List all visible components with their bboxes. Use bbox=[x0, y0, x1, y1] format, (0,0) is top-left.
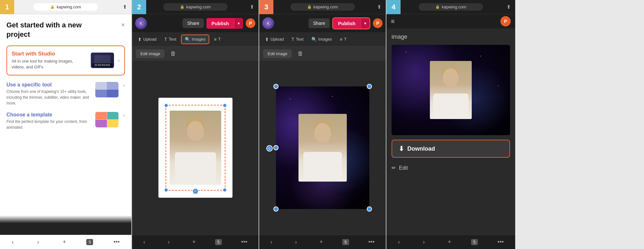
forward-btn-2[interactable]: › bbox=[165, 237, 173, 247]
back-btn-4[interactable]: ‹ bbox=[395, 237, 403, 247]
thumb-template-3 bbox=[95, 112, 118, 127]
bottom-gradient-1 bbox=[0, 215, 131, 235]
more-tools-btn-2[interactable]: ≡ T bbox=[211, 35, 224, 44]
more-tools-icon-2: ≡ bbox=[214, 37, 216, 42]
avatar-3[interactable]: K bbox=[262, 17, 274, 29]
back-btn-1[interactable]: ‹ bbox=[9, 237, 17, 247]
publish-dropdown-3[interactable]: ▾ bbox=[361, 18, 370, 28]
delete-btn-2[interactable]: 🗑 bbox=[168, 49, 179, 58]
text-btn-3[interactable]: T Text bbox=[288, 35, 307, 44]
share-icon-3[interactable]: ⬆ bbox=[377, 4, 381, 10]
publish-button-2[interactable]: Publish bbox=[206, 18, 234, 29]
images-label-3: Images bbox=[318, 37, 332, 42]
option-desc-3: Find the perfect template for your conte… bbox=[6, 119, 91, 130]
browser-bar-2: 🔒 kapwing.com ⬆ bbox=[132, 0, 259, 14]
share-button-2[interactable]: Share bbox=[183, 18, 204, 28]
specific-tool-card[interactable]: Use a specific tool Choose from one of K… bbox=[6, 82, 125, 106]
handle-tr-3[interactable] bbox=[367, 84, 372, 89]
share-button-3[interactable]: Share bbox=[308, 18, 329, 28]
card-arrow-2: › bbox=[123, 82, 125, 89]
more-btn-2[interactable]: ••• bbox=[238, 237, 251, 247]
handle-bl-2[interactable] bbox=[164, 188, 168, 192]
panel-1: 1 🔒 kapwing.com ⬆ Get started with a new… bbox=[0, 0, 132, 249]
lock-icon-2: 🔒 bbox=[180, 5, 185, 9]
tab-count-3[interactable]: 5 bbox=[342, 239, 349, 245]
url-text-1: kapwing.com bbox=[57, 5, 81, 9]
rotate-handle-2[interactable]: ↻ bbox=[192, 188, 199, 194]
rotate-handle-3[interactable]: ↻ bbox=[266, 145, 273, 152]
panel-2: 2 🔒 kapwing.com ⬆ K Share Publish ▾ P ⬆ … bbox=[132, 0, 259, 249]
upload-btn-2[interactable]: ⬆ Upload bbox=[135, 35, 160, 44]
star-p4-4 bbox=[492, 65, 493, 65]
images-btn-2[interactable]: 🔍 Images bbox=[181, 35, 210, 44]
tt4 bbox=[107, 120, 119, 127]
handle-l-3[interactable] bbox=[273, 145, 279, 150]
photo-2 bbox=[170, 111, 221, 185]
more-btn-3[interactable]: ••• bbox=[365, 237, 378, 247]
step-badge-1: 1 bbox=[0, 0, 14, 14]
share-icon-2[interactable]: ⬆ bbox=[250, 4, 254, 10]
preview-image-4 bbox=[392, 45, 510, 135]
browser-url-2: 🔒 kapwing.com bbox=[163, 3, 228, 11]
shirt-2 bbox=[175, 152, 216, 185]
p-avatar-2[interactable]: P bbox=[246, 18, 255, 28]
panel-1-title: Get started with a new project bbox=[6, 21, 97, 39]
edit-row[interactable]: ✏ Edit bbox=[392, 162, 510, 174]
panel-4: 4 🔒 kapwing.com ⬆ ≡ P image bbox=[386, 0, 515, 249]
forward-btn-4[interactable]: › bbox=[420, 237, 428, 247]
download-icon: ⬇ bbox=[399, 145, 404, 153]
handle-bl-3[interactable] bbox=[273, 206, 279, 212]
hamburger-icon[interactable]: ≡ bbox=[391, 18, 395, 25]
star-p4-5 bbox=[427, 108, 427, 108]
lock-icon-3: 🔒 bbox=[307, 5, 312, 9]
tab-count-2[interactable]: 5 bbox=[215, 239, 222, 245]
choose-template-card[interactable]: Choose a template Find the perfect templ… bbox=[6, 112, 125, 130]
edit-image-btn-2[interactable]: Edit image bbox=[136, 49, 165, 58]
forward-btn-1[interactable]: › bbox=[34, 237, 43, 247]
card-thumb-1: for the first time bbox=[91, 53, 114, 68]
close-button[interactable]: × bbox=[121, 21, 125, 29]
tab-count-1[interactable]: 5 bbox=[86, 239, 93, 245]
delete-btn-3[interactable]: 🗑 bbox=[295, 49, 306, 58]
forward-btn-3[interactable]: › bbox=[292, 237, 300, 247]
handle-tr-2[interactable] bbox=[223, 103, 227, 108]
share-icon-4[interactable]: ⬆ bbox=[507, 4, 511, 10]
card-desc-1: All in one tool for making images, video… bbox=[12, 58, 87, 70]
preview-person bbox=[430, 61, 472, 119]
text-btn-2[interactable]: T Text bbox=[161, 35, 179, 44]
images-btn-3[interactable]: 🔍 Images bbox=[308, 35, 336, 44]
add-btn-3[interactable]: + bbox=[316, 237, 326, 247]
handle-br-2[interactable] bbox=[223, 188, 227, 192]
handle-br-3[interactable] bbox=[367, 206, 372, 212]
edit-image-btn-3[interactable]: Edit image bbox=[263, 49, 292, 58]
editor-canvas-2[interactable]: ↻ bbox=[132, 61, 259, 235]
url-text-4: kapwing.com bbox=[442, 5, 466, 9]
upload-btn-3[interactable]: ⬆ Upload bbox=[262, 35, 287, 44]
start-with-studio-card[interactable]: Start with Studio All in one tool for ma… bbox=[6, 45, 125, 75]
add-btn-2[interactable]: + bbox=[189, 237, 199, 247]
back-btn-2[interactable]: ‹ bbox=[140, 237, 148, 247]
avatar-2[interactable]: K bbox=[135, 17, 147, 29]
p4-avatar[interactable]: P bbox=[500, 16, 511, 26]
publish-button-3[interactable]: Publish bbox=[333, 18, 361, 29]
p-avatar-3[interactable]: P bbox=[373, 18, 383, 28]
browser-nav-3: ‹ › + 5 ••• bbox=[259, 235, 386, 249]
download-button[interactable]: ⬇ Download bbox=[392, 140, 510, 158]
tab-count-4[interactable]: 5 bbox=[471, 239, 478, 245]
back-btn-3[interactable]: ‹ bbox=[267, 237, 276, 247]
add-btn-4[interactable]: + bbox=[445, 237, 455, 247]
option-thumb-2 bbox=[95, 82, 118, 97]
editor-canvas-3[interactable]: ↻ bbox=[259, 61, 386, 235]
share-icon-1[interactable]: ⬆ bbox=[123, 4, 127, 10]
browser-bar-4: 🔒 kapwing.com ⬆ bbox=[386, 0, 515, 14]
add-btn-1[interactable]: + bbox=[60, 237, 70, 247]
more-btn-1[interactable]: ••• bbox=[110, 237, 123, 247]
more-btn-4[interactable]: ••• bbox=[494, 237, 507, 247]
handle-tl-2[interactable] bbox=[164, 103, 168, 108]
publish-dropdown-2[interactable]: ▾ bbox=[234, 18, 243, 28]
edit-icon: ✏ bbox=[392, 165, 396, 171]
step-badge-2: 2 bbox=[132, 0, 146, 14]
editor-subtoolbar-3: Edit image 🗑 bbox=[259, 46, 386, 61]
handle-tl-3[interactable] bbox=[273, 84, 279, 89]
more-tools-btn-3[interactable]: ≡ T bbox=[336, 35, 350, 44]
